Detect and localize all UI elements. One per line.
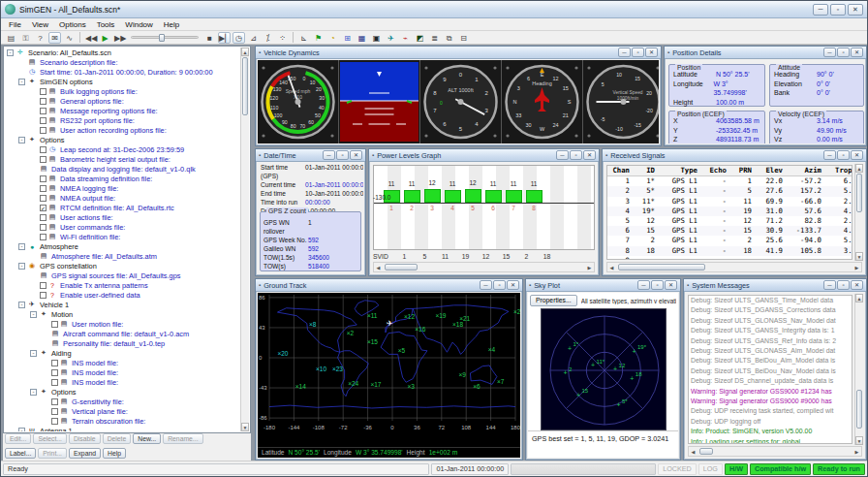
datetime-titlebar[interactable]: ▪ Date/Time ─ ▫ ✕ (256, 149, 365, 162)
signal-levels-icon[interactable]: ⊿ (247, 32, 260, 44)
tree-item[interactable]: ▤Data streaming definition file: (5, 174, 240, 183)
tree-item[interactable]: ?Enable user-defined data (5, 290, 240, 300)
panel-minimize-button[interactable]: ─ (823, 48, 836, 57)
scroll-thumb[interactable] (618, 264, 705, 270)
table-row[interactable]: 25*GPS L1-527.6157.25.32.82 (607, 186, 852, 196)
scroll-left-icon[interactable]: ◀ (374, 265, 383, 270)
panel-close-button[interactable]: ✕ (665, 280, 677, 290)
panel-close-button[interactable]: ✕ (851, 48, 863, 57)
tree-item[interactable]: ▤User commands file: (5, 222, 240, 232)
tree-checkbox[interactable] (40, 117, 46, 124)
messages-hscrollbar[interactable]: ◀ ▶ (688, 446, 862, 457)
tree-item[interactable]: -✦SimGEN options (5, 77, 240, 86)
tree-item[interactable]: ✓▤RTCM definition file: All_Defaults.rtc (5, 203, 240, 212)
channels-icon[interactable]: ⁒ (262, 32, 274, 44)
tree-item[interactable]: ▤Vertical plane file: (5, 406, 240, 416)
select-button[interactable]: Select... (33, 433, 67, 444)
tree-item[interactable]: ?Enable Tx antenna patterns (5, 280, 240, 290)
tree-item[interactable]: ▤Message reporting options file: (5, 106, 240, 115)
table-row[interactable]: 11*GPS L1-122.0-57.26.53.12 (607, 176, 852, 186)
tree-checkbox[interactable] (51, 379, 58, 386)
tree-checkbox[interactable] (40, 224, 46, 231)
column-header[interactable]: Tropo (824, 166, 852, 175)
column-header[interactable]: Azim (786, 166, 824, 175)
map-icon[interactable]: ⚑ (312, 32, 325, 44)
dynamics-window-icon[interactable]: ◩ (414, 32, 426, 44)
link-icon[interactable]: ∿ (63, 32, 76, 44)
playback-speed-slider[interactable] (131, 36, 199, 39)
panel-maximize-button[interactable]: ▫ (837, 48, 850, 57)
vehicle-window-icon[interactable]: ✈ (385, 32, 397, 44)
tree-item[interactable]: ▤GPS signal sources file: All_Defaults.g… (5, 270, 240, 280)
tree-expander-icon[interactable]: - (18, 243, 25, 250)
tree-item[interactable]: -◉GPS constellation (5, 261, 240, 270)
scroll-up-icon[interactable]: ▲ (855, 164, 863, 173)
print-button[interactable]: Print... (38, 448, 67, 459)
edit-button[interactable]: Edit... (5, 433, 31, 444)
scroll-thumb[interactable] (699, 448, 713, 455)
key-icon[interactable]: ⚿ (19, 32, 32, 44)
constellation-icon[interactable]: ⁘ (276, 32, 289, 44)
window-close-button[interactable]: ✕ (848, 4, 863, 16)
menu-help[interactable]: Help (159, 19, 184, 30)
tree-item[interactable]: ▤Aircraft command file: default_v1-0.acm (5, 329, 240, 338)
time-icon[interactable]: ◔ (326, 32, 339, 44)
scroll-right-icon[interactable]: ▶ (585, 265, 594, 270)
window-maximize-button[interactable]: ▫ (830, 4, 846, 16)
tree-checkbox[interactable] (40, 146, 46, 153)
tree-item[interactable]: -✦Options (5, 387, 240, 397)
tree-item[interactable]: ▤Scenario description file: (5, 57, 240, 67)
tree-expander-icon[interactable]: - (18, 302, 25, 308)
tree-item[interactable]: -✦Motion (5, 309, 240, 319)
tree-checkbox[interactable] (51, 369, 58, 376)
layers-icon[interactable]: ⧉ (443, 32, 455, 44)
scroll-right-icon[interactable]: ▶ (852, 449, 861, 455)
tree-item[interactable]: ◷Leap second at: 31-Dec-2006 23:59:59 (5, 144, 240, 154)
column-header[interactable]: ID (633, 166, 658, 175)
tree-item[interactable]: ▤INS model file: (5, 358, 240, 367)
tree-item[interactable]: ▤NMEA logging file: (5, 183, 240, 193)
table-row[interactable]: 9 (607, 256, 852, 260)
tree-item[interactable]: -ΨAntenna 1 (5, 426, 240, 431)
tree-item[interactable]: ▤User motion file: (5, 319, 240, 329)
tree-checkbox[interactable] (40, 292, 46, 299)
column-header[interactable]: Echo (700, 166, 729, 175)
disable-button[interactable]: Disable (69, 433, 101, 444)
tree-item[interactable]: ▤Personality file: default_v1-0.tep (5, 338, 240, 348)
scroll-left-icon[interactable]: ◀ (689, 449, 698, 455)
scroll-thumb[interactable] (242, 57, 248, 115)
vehicle-dynamics-titlebar[interactable]: ▪ Vehicle Dynamics ─ ▫ ✕ (256, 47, 661, 59)
tree-checkbox[interactable] (40, 185, 46, 192)
scroll-down-icon[interactable]: ▼ (241, 423, 249, 431)
panel-close-button[interactable]: ✕ (851, 280, 863, 290)
tree-checkbox[interactable] (40, 214, 46, 221)
tree-expander-icon[interactable]: - (18, 79, 25, 85)
menu-view[interactable]: View (27, 19, 53, 30)
print-icon[interactable]: ▤ (5, 32, 17, 44)
tree-checkbox[interactable] (40, 234, 46, 240)
panel-maximize-button[interactable]: ▫ (570, 150, 582, 160)
scroll-thumb[interactable] (856, 390, 862, 429)
tree-checkbox[interactable]: ✓ (40, 205, 46, 211)
play-button[interactable]: ▶ (99, 32, 111, 44)
tree-item[interactable]: ▤User action recording options file: (5, 125, 240, 135)
tree-checkbox[interactable] (40, 175, 46, 182)
tree-item[interactable]: ▤RS232 port options file: (5, 115, 240, 125)
panel-close-button[interactable]: ✕ (583, 150, 596, 160)
tile-icon[interactable]: ⊟ (457, 32, 470, 44)
expand-button[interactable]: Expand (69, 448, 101, 459)
tree-checkbox[interactable] (51, 408, 58, 415)
clock-icon[interactable]: ◷ (232, 32, 245, 44)
column-header[interactable]: Chan (607, 166, 633, 175)
column-header[interactable]: PRN (729, 166, 755, 175)
panel-maximize-button[interactable]: ▫ (336, 150, 349, 160)
tree-item[interactable]: ▤NMEA output file: (5, 193, 240, 203)
table-row[interactable]: 512GPS L1-1271.282.82.61.62 (607, 216, 852, 226)
scroll-thumb[interactable] (385, 264, 418, 270)
menu-options[interactable]: Options (54, 19, 91, 30)
tree-expander-icon[interactable]: - (18, 263, 25, 270)
scroll-down-icon[interactable]: ▼ (855, 436, 863, 445)
table-row[interactable]: 72GPS L1-225.6-94.05.62.92 (607, 236, 852, 245)
tree-checkbox[interactable] (40, 98, 46, 105)
panel-close-button[interactable]: ✕ (645, 48, 658, 57)
